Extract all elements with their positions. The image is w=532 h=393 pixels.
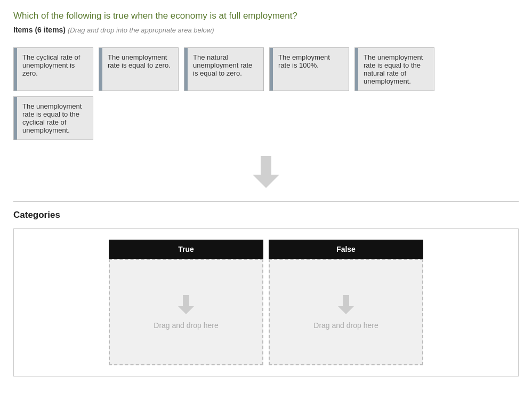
list-item[interactable]: The cyclical rate of unemployment is zer… (13, 47, 93, 91)
svg-marker-0 (253, 156, 279, 188)
svg-marker-1 (178, 295, 194, 314)
categories-outer: True Drag and drop here False (13, 228, 519, 376)
categories-section: Categories True Drag and drop here (13, 201, 519, 376)
list-item[interactable]: The employment rate is 100%. (269, 47, 349, 91)
false-drop-text: Drag and drop here (313, 321, 378, 330)
arrow-down-large (13, 156, 519, 188)
category-true: True Drag and drop here (109, 240, 263, 365)
list-item[interactable]: The natural unemployment rate is equal t… (184, 47, 264, 91)
drop-arrow-false (338, 295, 354, 316)
svg-marker-2 (338, 295, 354, 314)
false-drop-zone[interactable]: Drag and drop here (269, 259, 423, 365)
list-item[interactable]: The unemployment rate is equal to the cy… (13, 96, 93, 140)
categories-title: Categories (13, 210, 519, 220)
drag-hint: (Drag and drop into the appropriate area… (68, 26, 214, 34)
question-text: Which of the following is true when the … (13, 11, 519, 21)
items-header: Items (6 items) (Drag and drop into the … (13, 26, 519, 34)
items-label: Items (6 items) (13, 26, 66, 34)
items-area: The cyclical rate of unemployment is zer… (13, 47, 519, 140)
category-false: False Drag and drop here (269, 240, 423, 365)
page-container: Which of the following is true when the … (0, 0, 532, 387)
true-drop-text: Drag and drop here (154, 321, 218, 330)
category-false-header: False (269, 240, 423, 259)
categories-inner: True Drag and drop here False (25, 240, 507, 365)
true-drop-zone[interactable]: Drag and drop here (109, 259, 263, 365)
list-item[interactable]: The unemployment rate is equal to zero. (99, 47, 179, 91)
drop-arrow-true (178, 295, 194, 316)
category-true-header: True (109, 240, 263, 259)
list-item[interactable]: The unemployment rate is equal to the na… (354, 47, 434, 91)
